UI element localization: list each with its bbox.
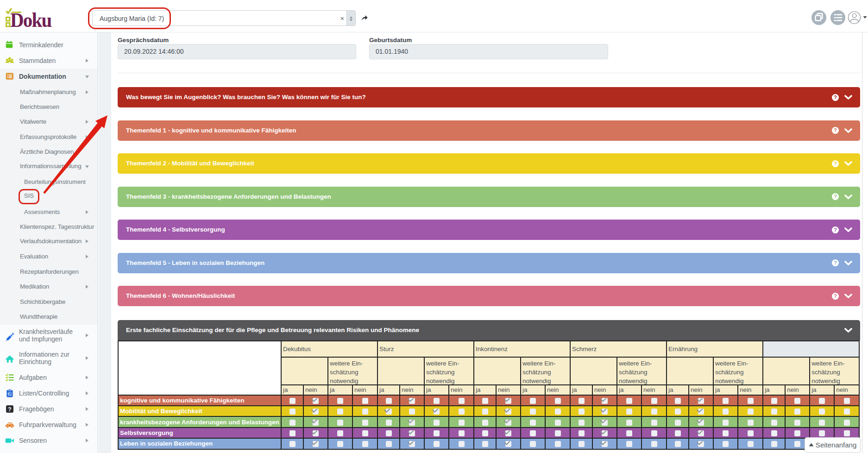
svg-text:?: ?: [8, 406, 11, 413]
